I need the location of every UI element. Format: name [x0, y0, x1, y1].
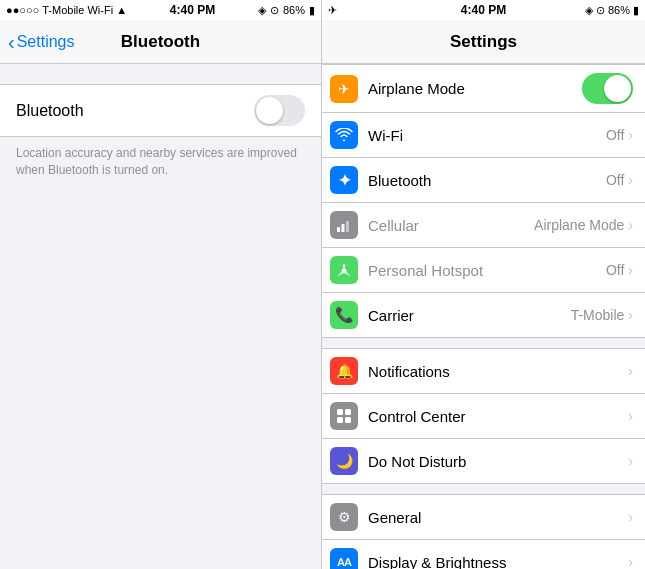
- wifi-chevron-icon: ›: [628, 127, 633, 143]
- general-icon: ⚙: [330, 503, 358, 531]
- airplane-label: Airplane Mode: [368, 80, 582, 97]
- carrier-label: T-Mobile Wi-Fi: [42, 4, 113, 16]
- settings-item-hotspot[interactable]: Personal Hotspot Off ›: [322, 248, 645, 293]
- right-panel: ✈ 4:40 PM ◈ ⊙ 86% ▮ Settings ✈ Airplane …: [322, 0, 645, 569]
- control-center-label: Control Center: [368, 408, 628, 425]
- dnd-label: Do Not Disturb: [368, 453, 628, 470]
- svg-rect-9: [345, 417, 351, 423]
- svg-rect-7: [345, 409, 351, 415]
- hotspot-label: Personal Hotspot: [368, 262, 606, 279]
- carrier-icon: 📞: [330, 301, 358, 329]
- right-battery-icon: ▮: [633, 4, 639, 17]
- bluetooth-description: Location accuracy and nearby services ar…: [0, 137, 321, 187]
- svg-rect-0: [337, 227, 340, 232]
- left-status-right: ◈ ⊙ 86% ▮: [258, 4, 315, 17]
- display-icon: AA: [330, 548, 358, 569]
- airplane-icon: ✈: [330, 75, 358, 103]
- toggle-knob: [256, 97, 283, 124]
- display-chevron-icon: ›: [628, 554, 633, 569]
- right-signal-icon: ◈ ⊙: [585, 4, 605, 17]
- svg-point-5: [343, 264, 345, 266]
- bluetooth-icon: ✦: [330, 166, 358, 194]
- settings-item-dnd[interactable]: 🌙 Do Not Disturb ›: [322, 439, 645, 484]
- airplane-toggle[interactable]: [582, 73, 633, 104]
- settings-item-display[interactable]: AA Display & Brightness ›: [322, 540, 645, 569]
- right-time: 4:40 PM: [461, 3, 506, 17]
- settings-group-3: ⚙ General › AA Display & Brightness ›: [322, 494, 645, 569]
- settings-item-carrier[interactable]: 📞 Carrier T-Mobile ›: [322, 293, 645, 338]
- right-status-left: ✈: [328, 4, 408, 17]
- notifications-label: Notifications: [368, 363, 628, 380]
- bluetooth-chevron-icon: ›: [628, 172, 633, 188]
- svg-rect-6: [337, 409, 343, 415]
- cellular-chevron-icon: ›: [628, 217, 633, 233]
- wifi-label: Wi-Fi: [368, 127, 606, 144]
- notifications-chevron-icon: ›: [628, 363, 633, 379]
- settings-item-control[interactable]: Control Center ›: [322, 394, 645, 439]
- right-nav-title: Settings: [450, 32, 517, 52]
- settings-item-wifi[interactable]: Wi-Fi Off ›: [322, 113, 645, 158]
- wifi-value: Off: [606, 127, 624, 143]
- dnd-chevron-icon: ›: [628, 453, 633, 469]
- bluetooth-settings-label: Bluetooth: [368, 172, 606, 189]
- back-label: Settings: [17, 33, 75, 51]
- airplane-toggle-knob: [604, 75, 631, 102]
- left-time: 4:40 PM: [170, 3, 215, 17]
- right-nav-bar: Settings: [322, 20, 645, 64]
- left-content: Bluetooth Location accuracy and nearby s…: [0, 64, 321, 569]
- carrier-label: Carrier: [368, 307, 571, 324]
- settings-item-cellular[interactable]: Cellular Airplane Mode ›: [322, 203, 645, 248]
- dnd-icon: 🌙: [330, 447, 358, 475]
- settings-list: ✈ Airplane Mode Wi-Fi Off: [322, 64, 645, 569]
- cellular-value: Airplane Mode: [534, 217, 624, 233]
- left-status-left: ●●○○○ T-Mobile Wi-Fi ▲: [6, 4, 127, 16]
- display-label: Display & Brightness: [368, 554, 628, 570]
- settings-item-bluetooth[interactable]: ✦ Bluetooth Off ›: [322, 158, 645, 203]
- cellular-icon: [330, 211, 358, 239]
- right-status-right: ◈ ⊙ 86% ▮: [559, 4, 639, 17]
- right-battery-pct: 86%: [608, 4, 630, 16]
- location-icon: ◈: [258, 4, 266, 17]
- wifi-icon: [330, 121, 358, 149]
- settings-item-notifications[interactable]: 🔔 Notifications ›: [322, 348, 645, 394]
- general-chevron-icon: ›: [628, 509, 633, 525]
- hotspot-value: Off: [606, 262, 624, 278]
- svg-rect-1: [342, 224, 345, 232]
- battery-pct: 86%: [283, 4, 305, 16]
- left-nav-bar: ‹ Settings Bluetooth: [0, 20, 321, 64]
- control-center-icon: [330, 402, 358, 430]
- right-status-bar: ✈ 4:40 PM ◈ ⊙ 86% ▮: [322, 0, 645, 20]
- bluetooth-label: Bluetooth: [16, 102, 84, 120]
- left-nav-title: Bluetooth: [121, 32, 200, 52]
- battery-icon: ▮: [309, 4, 315, 17]
- left-panel: ●●○○○ T-Mobile Wi-Fi ▲ 4:40 PM ◈ ⊙ 86% ▮…: [0, 0, 322, 569]
- alarm-icon: ⊙: [270, 4, 279, 17]
- general-label: General: [368, 509, 628, 526]
- hotspot-icon: [330, 256, 358, 284]
- control-chevron-icon: ›: [628, 408, 633, 424]
- wifi-icon: ▲: [116, 4, 127, 16]
- bluetooth-row[interactable]: Bluetooth: [0, 84, 321, 137]
- right-airplane-indicator: ✈: [328, 4, 337, 17]
- bluetooth-toggle[interactable]: [254, 95, 305, 126]
- svg-rect-2: [346, 221, 349, 232]
- cellular-label: Cellular: [368, 217, 534, 234]
- signal-dots: ●●○○○: [6, 4, 39, 16]
- notifications-icon: 🔔: [330, 357, 358, 385]
- hotspot-chevron-icon: ›: [628, 262, 633, 278]
- back-button[interactable]: ‹ Settings: [8, 32, 74, 52]
- carrier-chevron-icon: ›: [628, 307, 633, 323]
- bluetooth-value: Off: [606, 172, 624, 188]
- settings-item-general[interactable]: ⚙ General ›: [322, 494, 645, 540]
- back-chevron-icon: ‹: [8, 32, 15, 52]
- settings-item-airplane[interactable]: ✈ Airplane Mode: [322, 64, 645, 113]
- settings-group-1: ✈ Airplane Mode Wi-Fi Off: [322, 64, 645, 338]
- carrier-value: T-Mobile: [571, 307, 625, 323]
- settings-group-2: 🔔 Notifications › Control Center ›: [322, 348, 645, 484]
- left-status-bar: ●●○○○ T-Mobile Wi-Fi ▲ 4:40 PM ◈ ⊙ 86% ▮: [0, 0, 321, 20]
- svg-rect-8: [337, 417, 343, 423]
